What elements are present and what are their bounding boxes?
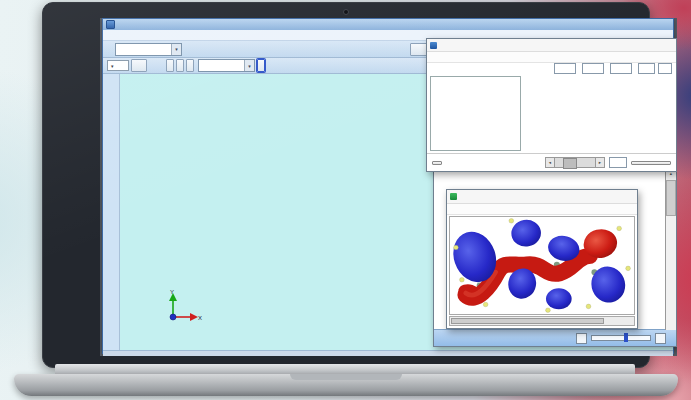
axis-x-label: X (198, 315, 202, 321)
scrollbar-thumb[interactable] (563, 158, 577, 169)
broadening-scrollbar[interactable]: ◂ ▸ (545, 158, 605, 167)
winmostar-app-icon (106, 20, 115, 29)
engine-select[interactable]: ▾ (115, 43, 182, 56)
broadening-value-field[interactable] (609, 157, 627, 168)
tool-sidebar (103, 74, 120, 350)
subst-c6h5-button[interactable] (186, 59, 194, 72)
mo-viewer-canvas[interactable] (449, 216, 635, 315)
scrollbar-thumb[interactable] (666, 180, 676, 216)
axis-y-label: Y (170, 289, 174, 295)
uv-vis-chart (523, 75, 676, 153)
spectrum-menubar (427, 52, 676, 62)
subst-ch3-button[interactable] (166, 59, 174, 72)
mo-isosurface-graphic (450, 217, 634, 314)
status-text (127, 77, 153, 163)
xmin-field[interactable] (554, 63, 576, 74)
main-titlebar[interactable] (103, 19, 673, 30)
uv-vis-spectrum-window: ◂ ▸ (426, 38, 677, 172)
subst-c2h3-button[interactable] (176, 59, 184, 72)
spectrum-controls (427, 63, 676, 75)
webcam-dot (343, 9, 349, 15)
photo-background: ▾ ▾ (0, 0, 691, 400)
peaks-field[interactable] (638, 63, 655, 74)
viewer-titlebar[interactable] (447, 190, 637, 204)
zoom-slider[interactable] (591, 335, 651, 341)
scrollbar-thumb[interactable] (451, 318, 604, 324)
viewer-app-icon (450, 193, 457, 200)
zoom-in-button[interactable] (655, 333, 666, 344)
horizontal-scrollbar[interactable] (449, 316, 635, 326)
export-button[interactable] (432, 161, 442, 165)
chevron-down-icon[interactable]: ▾ (171, 44, 181, 55)
spectrum-titlebar[interactable] (427, 39, 676, 52)
chevron-down-icon[interactable]: ▾ (244, 60, 254, 71)
peaks-field-2[interactable] (658, 63, 672, 74)
spectrum-app-icon (430, 42, 437, 49)
axis-gizmo: Y X (160, 287, 206, 325)
replace-button[interactable] (257, 59, 265, 72)
zoom-bar (434, 329, 676, 346)
zoom-out-button[interactable] (576, 333, 587, 344)
window-bottom-frame (103, 350, 673, 356)
vertical-scrollbar[interactable]: ▴ (665, 171, 676, 330)
mo-viewer-window (446, 189, 638, 329)
transition-table[interactable] (430, 76, 521, 151)
laptop-bezel: ▾ ▾ (42, 2, 650, 368)
close-spectrum-button[interactable] (631, 161, 671, 165)
ymax-field[interactable] (610, 63, 632, 74)
chevron-down-icon[interactable]: ▾ (111, 63, 114, 69)
atom-number-field[interactable]: ▾ (107, 60, 129, 71)
xmax-field[interactable] (582, 63, 604, 74)
laptop-lid-notch (290, 374, 402, 380)
add-button[interactable] (131, 59, 147, 72)
scroll-right-icon[interactable]: ▸ (595, 157, 605, 168)
zoom-slider-thumb[interactable] (624, 333, 628, 342)
group-select[interactable]: ▾ (198, 59, 255, 72)
viewer-menubar (447, 204, 637, 215)
scroll-left-icon[interactable]: ◂ (545, 157, 555, 168)
spectrum-footer: ◂ ▸ (427, 153, 676, 171)
laptop-screen: ▾ ▾ (100, 18, 677, 356)
